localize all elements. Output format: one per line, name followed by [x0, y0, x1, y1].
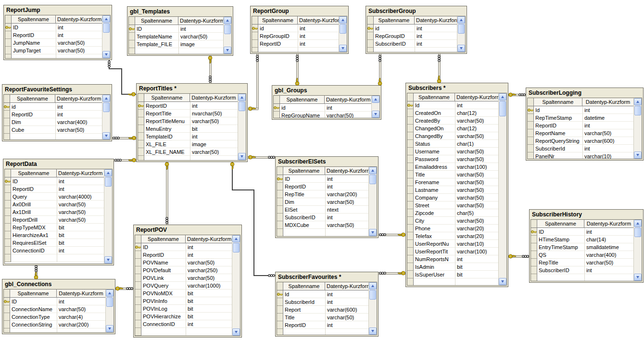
table-gbl_connections[interactable]: gbl_ConnectionsSpaltennameDatentyp-Kurzf…	[2, 279, 115, 334]
scrollbar-thumb[interactable]	[233, 243, 240, 252]
vertical-scrollbar[interactable]	[633, 220, 642, 281]
column-name-cell[interactable]: POVNoMDX	[141, 290, 186, 297]
column-name-cell[interactable]: ConnectionID	[141, 320, 186, 328]
column-type-cell[interactable]: varchar(200)	[325, 190, 368, 198]
column-type-cell[interactable]: int	[415, 40, 457, 48]
column-row[interactable]: IDint	[5, 24, 102, 31]
row-selector[interactable]	[277, 290, 283, 298]
column-name-cell[interactable]	[10, 134, 55, 140]
row-selector[interactable]	[4, 321, 10, 328]
column-row[interactable]: CreatedOnchar(12)	[407, 109, 498, 117]
column-type-cell[interactable]: int	[325, 175, 368, 183]
column-type-cell[interactable]: int	[190, 102, 238, 110]
scroll-down-button[interactable]	[457, 45, 465, 52]
column-name-cell[interactable]: Password	[414, 155, 455, 163]
column-name-cell[interactable]: MDXCube	[283, 221, 325, 229]
scrollbar-thumb[interactable]	[369, 175, 376, 184]
column-row[interactable]: Emailaddressvarchar(100)	[407, 163, 498, 171]
column-row[interactable]: PanelNrvarchar(10)	[528, 152, 633, 159]
column-type-cell[interactable]: varchar(250)	[186, 266, 232, 274]
column-row[interactable]: RepTypeMDXbit	[5, 224, 104, 231]
column-type-cell[interactable]: int	[186, 251, 232, 259]
column-type-cell[interactable]	[325, 329, 368, 335]
scrollbar-thumb[interactable]	[499, 101, 506, 116]
column-name-cell[interactable]: ID	[11, 177, 57, 185]
column-row[interactable]: ReportTitlenvarchar(50)	[138, 110, 238, 117]
column-type-cell[interactable]: int	[57, 177, 104, 185]
column-row[interactable]: Phonevarchar(20)	[407, 225, 498, 232]
scrollbar-thumb[interactable]	[103, 23, 110, 33]
column-row[interactable]: JumpNamevarchar(50)	[5, 39, 102, 47]
column-row[interactable]: RepTitlevarchar(50)	[531, 259, 633, 266]
column-type-cell[interactable]: datetime	[582, 114, 633, 122]
column-type-cell[interactable]	[56, 54, 102, 59]
vertical-scrollbar[interactable]	[238, 94, 246, 160]
scroll-up-button[interactable]	[104, 169, 112, 176]
table-title-bar[interactable]: SubscriberHistory	[530, 210, 643, 219]
column-type-cell[interactable]: char(1)	[455, 140, 498, 148]
column-row[interactable]: ReportIDint	[138, 102, 238, 110]
empty-row[interactable]	[367, 48, 457, 52]
column-row[interactable]: ChangedOnchar(12)	[407, 125, 498, 132]
column-row[interactable]: Forenamevarchar(50)	[407, 178, 498, 186]
column-type-cell[interactable]: bit	[186, 297, 232, 305]
column-type-cell[interactable]: varchar(20)	[455, 232, 498, 240]
column-row[interactable]: SubscriberIDint	[277, 214, 368, 221]
column-name-cell[interactable]: Id	[414, 101, 455, 109]
column-name-cell[interactable]	[144, 156, 190, 161]
row-selector[interactable]	[135, 251, 141, 259]
column-name-cell[interactable]: Template_FILE	[135, 40, 178, 48]
row-selector[interactable]	[407, 178, 414, 186]
column-type-cell[interactable]: int	[582, 106, 633, 114]
column-name-cell[interactable]: ChangedOn	[414, 125, 455, 132]
column-name-cell[interactable]: SubscriberID	[537, 266, 584, 274]
scroll-up-button[interactable]	[102, 95, 110, 102]
column-type-cell[interactable]: varchar(50)	[325, 314, 368, 321]
column-name-cell[interactable]: id	[280, 104, 325, 112]
column-type-cell[interactable]: nvarchar(50)	[190, 110, 238, 117]
column-name-cell[interactable]	[283, 329, 325, 335]
column-row[interactable]: ConnectionStringvarchar(200)	[4, 321, 105, 328]
column-type-cell[interactable]	[298, 48, 339, 52]
column-name-cell[interactable]: ReportID	[12, 31, 56, 39]
row-selector[interactable]	[4, 305, 10, 313]
column-row[interactable]: ReportIDint	[252, 40, 339, 48]
column-name-cell[interactable]: ReportID	[11, 185, 57, 193]
column-name-cell[interactable]: POVLink	[141, 274, 186, 282]
table-title-bar[interactable]: ReportPOV	[134, 225, 241, 235]
column-name-cell[interactable]: TemplateID	[144, 133, 190, 140]
scroll-up-button[interactable]	[369, 167, 377, 174]
column-row[interactable]: IDint	[135, 243, 232, 251]
scrollbar-thumb[interactable]	[106, 297, 113, 307]
row-selector[interactable]	[407, 125, 414, 132]
row-selector[interactable]	[138, 156, 144, 161]
scrollbar-thumb[interactable]	[369, 290, 376, 300]
column-row[interactable]: ReportIDint	[277, 183, 368, 190]
row-selector[interactable]	[367, 48, 374, 52]
column-type-cell[interactable]: int	[57, 298, 105, 305]
column-row[interactable]: idint	[367, 25, 457, 32]
column-type-cell[interactable]: varchar(600)	[582, 137, 633, 145]
column-type-cell[interactable]: int	[55, 111, 102, 118]
row-selector[interactable]	[407, 109, 414, 117]
column-type-cell[interactable]: bit	[57, 231, 104, 239]
column-type-cell[interactable]: varchar(50)	[582, 129, 633, 137]
column-name-cell[interactable]: ReportName	[534, 129, 582, 137]
vertical-scrollbar[interactable]	[498, 93, 506, 285]
column-row[interactable]: idint	[4, 103, 102, 111]
empty-row[interactable]	[277, 329, 368, 335]
column-type-cell[interactable]	[55, 134, 102, 140]
column-type-cell[interactable]: int	[298, 25, 339, 32]
column-row[interactable]: TemplateIDint	[138, 133, 238, 140]
scrollbar-thumb[interactable]	[105, 177, 112, 187]
table-subscribergroup[interactable]: SubscriberGroupSpaltennameDatentyp-Kurzf…	[366, 6, 467, 54]
column-name-cell[interactable]: SubscriberID	[374, 40, 415, 48]
column-name-cell[interactable]: Report	[283, 306, 325, 314]
column-name-cell[interactable]: Ax1Drill	[11, 208, 57, 216]
scroll-up-button[interactable]	[372, 96, 379, 103]
row-selector[interactable]	[138, 133, 144, 140]
column-name-cell[interactable]: RepTypeMDX	[11, 224, 57, 231]
scroll-down-button[interactable]	[102, 132, 110, 139]
column-row[interactable]: QSvarchar(400)	[531, 251, 633, 259]
table-title-bar[interactable]: gbl_Connections	[2, 279, 115, 289]
